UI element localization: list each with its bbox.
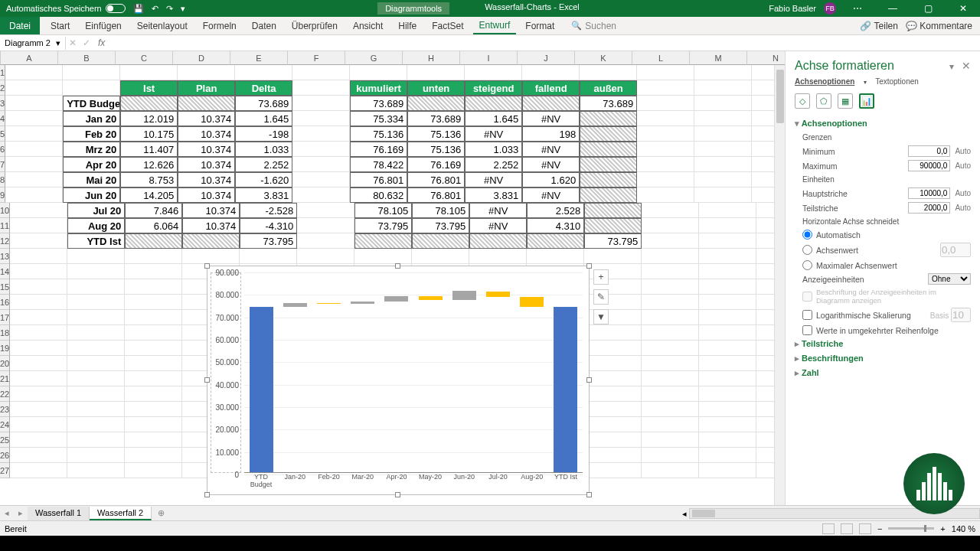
cell[interactable]: Apr 20 [63, 157, 120, 172]
cell[interactable] [125, 417, 182, 432]
cell[interactable]: 2.528 [527, 203, 584, 218]
cell[interactable]: Aug 20 [67, 218, 125, 233]
row-header[interactable]: 17 [0, 310, 10, 325]
chart-object[interactable]: + ✎ ▼ 010.00020.00030.00040.00050.00060.… [207, 266, 590, 495]
cell[interactable] [292, 111, 350, 126]
cell[interactable]: unten [407, 80, 465, 96]
cell[interactable]: 76.801 [407, 172, 465, 187]
cell[interactable]: YTD Ist [67, 233, 125, 249]
cell[interactable] [522, 65, 580, 80]
cell[interactable]: Ist [120, 80, 178, 96]
crosses-value-radio[interactable] [802, 245, 812, 255]
chart-bar[interactable] [250, 307, 273, 472]
cell[interactable] [580, 157, 637, 172]
cell[interactable] [580, 65, 637, 80]
chart-y-axis[interactable]: 010.00020.00030.00040.00050.00060.00070.… [211, 272, 241, 473]
cell[interactable] [637, 172, 694, 187]
cell[interactable] [5, 157, 63, 172]
col-header[interactable]: B [58, 51, 116, 65]
cell[interactable] [125, 463, 182, 478]
cell[interactable] [522, 96, 580, 111]
ribbon-tab-hilfe[interactable]: Hilfe [392, 17, 423, 34]
size-props-icon[interactable]: ▦ [838, 93, 853, 109]
cell[interactable]: kumuliert [350, 80, 407, 96]
row-header[interactable]: 5 [0, 126, 5, 142]
row-header[interactable]: 7 [0, 157, 5, 172]
cell[interactable]: 80.632 [350, 187, 407, 203]
row-header[interactable]: 9 [0, 187, 5, 203]
crosses-max-radio[interactable] [802, 260, 812, 270]
cell[interactable] [642, 325, 699, 341]
cell[interactable] [642, 417, 699, 432]
chart-bar[interactable] [317, 303, 341, 304]
cell[interactable] [354, 233, 412, 249]
ribbon-tab-ansicht[interactable]: Ansicht [347, 17, 389, 34]
cell[interactable] [584, 356, 642, 371]
cell[interactable]: 10.374 [178, 157, 235, 172]
cell[interactable] [67, 249, 125, 264]
tick-marks-section[interactable]: Teilstriche [795, 337, 971, 351]
cell[interactable] [67, 264, 125, 279]
row-header[interactable]: 3 [0, 96, 5, 111]
zoom-in-icon[interactable]: + [940, 524, 945, 533]
log-scale-check[interactable] [802, 310, 812, 320]
row-header[interactable]: 12 [0, 233, 10, 249]
cell[interactable] [63, 65, 120, 80]
cell[interactable] [67, 371, 125, 386]
cell[interactable]: 11.407 [120, 142, 178, 157]
display-units-select[interactable]: Ohne [928, 273, 971, 285]
cell[interactable]: 73.689 [235, 96, 292, 111]
cell[interactable]: 12.626 [120, 157, 178, 172]
row-header[interactable]: 15 [0, 279, 10, 295]
cell[interactable]: 75.136 [407, 142, 465, 157]
cell[interactable]: steigend [465, 80, 522, 96]
cell[interactable] [5, 126, 63, 142]
ribbon-options-icon[interactable]: ⋯ [844, 0, 871, 17]
cell[interactable]: #NV [465, 126, 522, 142]
cell[interactable] [125, 341, 182, 356]
undo-icon[interactable]: ↶ [152, 4, 158, 14]
cell[interactable]: 76.801 [350, 172, 407, 187]
reverse-order-check[interactable] [802, 325, 812, 335]
cell[interactable] [297, 233, 354, 249]
cell[interactable] [642, 203, 699, 218]
worksheet-area[interactable]: ABCDEFGHIJKLMN 12IstPlanDeltakumuliertun… [0, 51, 785, 505]
row-header[interactable]: 23 [0, 402, 10, 417]
row-header[interactable]: 10 [0, 203, 10, 218]
vertical-scrollbar[interactable] [774, 65, 785, 505]
cell[interactable] [10, 233, 67, 249]
pane-menu-icon[interactable]: ▾ [949, 61, 954, 72]
save-icon[interactable]: 💾 [133, 4, 144, 14]
cell[interactable] [699, 432, 756, 448]
cell[interactable] [465, 65, 522, 80]
formula-input[interactable] [109, 38, 980, 47]
cell[interactable] [10, 371, 67, 386]
row-header[interactable]: 27 [0, 463, 10, 478]
cell[interactable]: 75.136 [350, 126, 407, 142]
cell[interactable] [10, 203, 67, 218]
cell[interactable] [699, 402, 756, 417]
qat-more-icon[interactable]: ▾ [181, 4, 185, 14]
cell[interactable] [10, 448, 67, 463]
col-header[interactable]: I [460, 51, 518, 65]
cell[interactable] [125, 264, 182, 279]
cell[interactable]: 1.033 [235, 142, 292, 157]
file-tab[interactable]: Datei [0, 17, 40, 34]
row-header[interactable]: 1 [0, 65, 5, 80]
cell[interactable] [694, 96, 752, 111]
cell[interactable] [527, 233, 584, 249]
cell[interactable] [67, 417, 125, 432]
chart-bar[interactable] [351, 302, 374, 304]
cell[interactable] [642, 356, 699, 371]
cell[interactable] [67, 402, 125, 417]
name-box[interactable]: Diagramm 2▾ [0, 37, 66, 50]
cell[interactable] [642, 402, 699, 417]
cell[interactable]: 76.801 [407, 187, 465, 203]
cell[interactable] [699, 356, 756, 371]
row-header[interactable]: 26 [0, 448, 10, 463]
cell[interactable] [120, 96, 178, 111]
cell[interactable] [350, 65, 407, 80]
row-header[interactable]: 25 [0, 432, 10, 448]
fill-line-icon[interactable]: ◇ [795, 93, 810, 109]
ribbon-tab-format[interactable]: Format [519, 17, 560, 34]
